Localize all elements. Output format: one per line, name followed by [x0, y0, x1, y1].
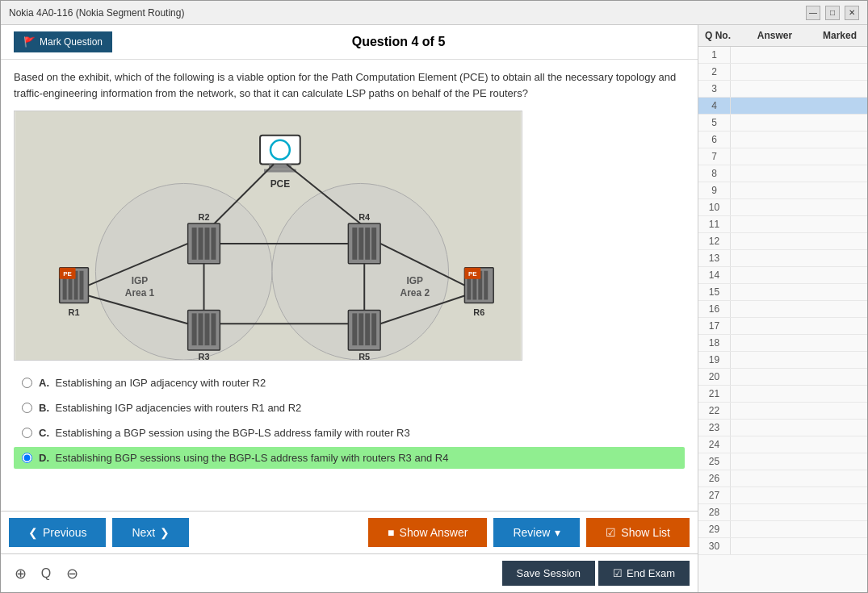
- svg-rect-32: [192, 313, 197, 345]
- show-answer-button[interactable]: ■ Show Answer: [368, 518, 487, 547]
- svg-rect-14: [211, 228, 216, 260]
- table-row[interactable]: 15: [698, 284, 867, 301]
- q-no-header: Q No.: [702, 30, 734, 41]
- svg-rect-20: [371, 228, 376, 260]
- mark-question-button[interactable]: 🚩 Mark Question: [14, 31, 112, 52]
- svg-rect-11: [192, 228, 197, 260]
- question-text: Based on the exhibit, which of the follo…: [14, 69, 685, 101]
- table-row[interactable]: 20: [698, 369, 867, 386]
- question-body: Based on the exhibit, which of the follo…: [1, 60, 698, 511]
- table-row[interactable]: 22: [698, 403, 867, 420]
- table-row[interactable]: 21: [698, 386, 867, 403]
- table-row[interactable]: 26: [698, 470, 867, 487]
- dropdown-icon: ▾: [555, 526, 560, 539]
- table-row[interactable]: 29: [698, 521, 867, 538]
- mark-question-label: Mark Question: [40, 36, 103, 48]
- svg-text:R6: R6: [473, 307, 484, 317]
- maximize-button[interactable]: □: [825, 6, 840, 20]
- svg-rect-38: [352, 313, 357, 345]
- table-row[interactable]: 9: [698, 182, 867, 199]
- exhibit-image: PCE R2: [14, 111, 522, 361]
- table-row[interactable]: 11: [698, 216, 867, 233]
- table-row[interactable]: 10: [698, 199, 867, 216]
- show-list-button[interactable]: ☑ Show List: [586, 518, 690, 547]
- svg-text:Area 1: Area 1: [125, 287, 155, 299]
- zoom-reset-button[interactable]: Q: [35, 562, 57, 585]
- answer-header: Answer: [734, 30, 816, 41]
- table-row[interactable]: 4: [698, 98, 867, 115]
- table-row[interactable]: 6: [698, 132, 867, 148]
- table-row[interactable]: 13: [698, 250, 867, 267]
- svg-rect-41: [371, 313, 376, 345]
- table-row[interactable]: 3: [698, 81, 867, 98]
- zoom-in-button[interactable]: ⊕: [9, 562, 31, 585]
- option-b[interactable]: B. Establishing IGP adjacencies with rou…: [14, 397, 685, 419]
- minimize-button[interactable]: —: [806, 6, 820, 20]
- flag-icon: 🚩: [23, 36, 36, 48]
- zoom-bar: ⊕ Q ⊖ Save Session ☑ End Exam: [1, 553, 698, 592]
- svg-text:R2: R2: [199, 212, 210, 222]
- table-row[interactable]: 14: [698, 267, 867, 284]
- question-title: Question 4 of 5: [112, 35, 685, 49]
- svg-rect-34: [205, 313, 210, 345]
- title-bar-controls: — □ ✕: [806, 6, 859, 20]
- table-row[interactable]: 2: [698, 64, 867, 81]
- table-row[interactable]: 27: [698, 487, 867, 504]
- end-exam-button[interactable]: ☑ End Exam: [598, 561, 690, 586]
- svg-rect-18: [359, 228, 363, 260]
- svg-text:Area 2: Area 2: [400, 287, 430, 299]
- option-d[interactable]: D. Establishing BGP sessions using the B…: [14, 447, 685, 469]
- main-content: 🚩 Mark Question Question 4 of 5 Based on…: [1, 25, 867, 592]
- marked-header: Marked: [816, 30, 864, 41]
- svg-text:IGP: IGP: [407, 275, 424, 286]
- svg-rect-33: [199, 313, 203, 345]
- table-row[interactable]: 7: [698, 148, 867, 165]
- table-row[interactable]: 17: [698, 318, 867, 335]
- svg-text:R3: R3: [199, 352, 210, 360]
- table-row[interactable]: 8: [698, 165, 867, 182]
- window-title: Nokia 4A0-116 (Nokia Segment Routing): [9, 7, 184, 19]
- svg-text:PE: PE: [468, 270, 477, 278]
- square-icon: ■: [388, 526, 394, 539]
- svg-rect-47: [484, 271, 488, 300]
- table-row[interactable]: 16: [698, 301, 867, 318]
- svg-text:R5: R5: [359, 352, 370, 360]
- svg-rect-40: [365, 313, 370, 345]
- chevron-left-icon: ❮: [28, 526, 38, 539]
- table-row[interactable]: 1: [698, 47, 867, 64]
- right-panel: Q No. Answer Marked 1 2 3 4 5 6: [698, 25, 867, 592]
- network-diagram: PCE R2: [15, 111, 522, 360]
- table-row[interactable]: 25: [698, 453, 867, 470]
- next-button[interactable]: Next ❯: [112, 518, 189, 547]
- checkbox-icon: ☑: [606, 526, 616, 539]
- review-button[interactable]: Review ▾: [493, 518, 580, 547]
- title-bar: Nokia 4A0-116 (Nokia Segment Routing) — …: [1, 1, 867, 25]
- table-row[interactable]: 19: [698, 352, 867, 369]
- right-panel-header: Q No. Answer Marked: [698, 25, 867, 47]
- table-row[interactable]: 18: [698, 335, 867, 352]
- svg-rect-17: [352, 228, 357, 260]
- save-session-button[interactable]: Save Session: [502, 561, 596, 586]
- option-a[interactable]: A. Establishing an IGP adjacency with ro…: [14, 372, 685, 394]
- table-row[interactable]: 30: [698, 538, 867, 555]
- table-row[interactable]: 5: [698, 115, 867, 132]
- left-panel: 🚩 Mark Question Question 4 of 5 Based on…: [1, 25, 698, 592]
- table-row[interactable]: 24: [698, 436, 867, 453]
- svg-rect-35: [211, 313, 216, 345]
- zoom-out-button[interactable]: ⊖: [61, 562, 83, 585]
- option-c[interactable]: C. Establishing a BGP session using the …: [14, 422, 685, 444]
- svg-text:PE: PE: [63, 270, 72, 278]
- svg-text:IGP: IGP: [132, 275, 149, 286]
- table-row[interactable]: 23: [698, 420, 867, 436]
- checkbox-end-icon: ☑: [613, 567, 623, 579]
- svg-rect-13: [205, 228, 210, 260]
- table-row[interactable]: 28: [698, 504, 867, 521]
- table-row[interactable]: 12: [698, 233, 867, 250]
- close-button[interactable]: ✕: [845, 6, 859, 20]
- previous-button[interactable]: ❮ Previous: [9, 518, 106, 547]
- svg-rect-27: [80, 271, 84, 300]
- question-list: 1 2 3 4 5 6 7 8: [698, 47, 867, 592]
- svg-text:PCE: PCE: [270, 178, 291, 190]
- bottom-navigation-bar: ❮ Previous Next ❯ ■ Show Answer Review ▾: [1, 511, 698, 553]
- header-bar: 🚩 Mark Question Question 4 of 5: [1, 25, 698, 60]
